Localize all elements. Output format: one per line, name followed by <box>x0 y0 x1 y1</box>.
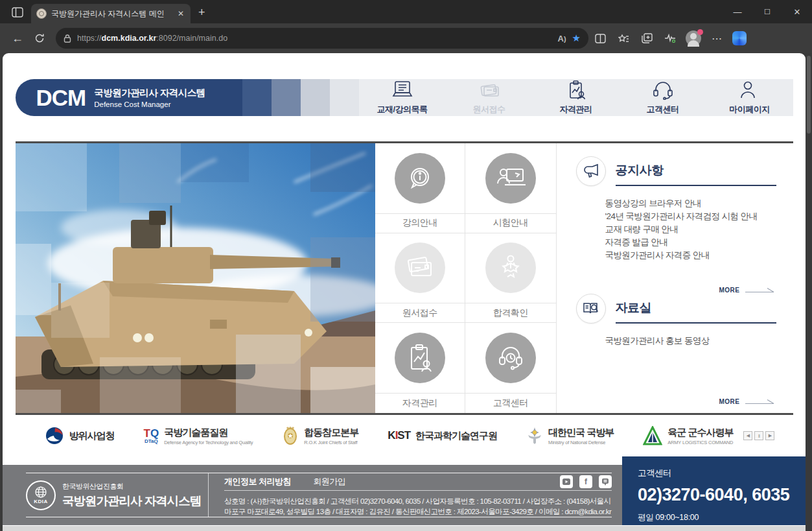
partner-jcs[interactable]: 합동참모본부 R.O.K Joint Chiefs of Staff <box>282 426 358 445</box>
kdia-emblem-icon: KDIA <box>26 480 56 510</box>
quickmenu-application[interactable]: 원서접수 <box>375 233 466 324</box>
header-gradient-block <box>272 79 301 116</box>
lock-icon <box>64 34 71 43</box>
footer-info-line1: 상호명 : (사)한국방위산업진흥회 / 고객센터 02)3270-6040, … <box>224 496 612 506</box>
notice-item[interactable]: 국방원가관리사 자격증 안내 <box>605 249 776 262</box>
megaphone-icon <box>576 156 606 186</box>
browser-titlebar: 국방원가관리사 자격시스템 메인 ✕ + — ☐ ✕ <box>0 0 812 23</box>
notice-item[interactable]: 교재 대량 구매 안내 <box>605 223 776 236</box>
customer-center-title: 고객센터 <box>638 467 806 479</box>
tab-title: 국방원가관리사 자격시스템 메인 <box>51 8 172 19</box>
footer-logo[interactable]: KDIA 한국방위산업진흥회 국방원가관리사 자격시스템 <box>26 473 209 517</box>
copilot-icon[interactable] <box>732 31 747 45</box>
notice-item[interactable]: 동영상강의 브라우저 안내 <box>605 197 776 210</box>
online-exam-icon <box>496 165 526 191</box>
favorite-star-icon[interactable]: ★ <box>572 32 581 44</box>
archive-section: 자료실 국방원가관리사 홍보 동영상 MORE <box>576 294 776 405</box>
quickmenu-exam-guide[interactable]: 시험안내 <box>465 143 556 233</box>
partner-dtaq[interactable]: TQ DTaQ 국방기술품질원 Defense Agency for Techn… <box>144 427 253 445</box>
privacy-policy-link[interactable]: 개인정보 처리방침 <box>224 476 291 488</box>
more-arrow-icon <box>745 287 775 293</box>
main-navigation: 교재/강의목록 원서접수 자격관리 <box>359 79 793 116</box>
partner-kist[interactable]: KIST 한국과학기술연구원 <box>388 429 497 442</box>
nav-item-mypage[interactable]: 마이페이지 my <box>706 79 793 116</box>
notice-list: 동영상강의 브라우저 안내 '24년 국방원가관리사 자격검정 시험 안내 교재… <box>605 197 776 262</box>
url-text: https://dcm.kdia.or.kr:8092/main/main.do <box>77 34 552 43</box>
archive-title: 자료실 <box>616 301 652 314</box>
nav-item-certification[interactable]: 자격관리 <box>533 79 620 116</box>
quick-menu: 강의안내 시험안내 원서접수 합격확인 자격관리 <box>375 143 557 413</box>
browser-tab[interactable]: 국방원가관리사 자격시스템 메인 ✕ <box>31 4 191 23</box>
archive-item[interactable]: 국방원가관리사 홍보 동영상 <box>605 335 776 348</box>
scrollbar[interactable] <box>806 53 812 531</box>
my-page-person-icon <box>738 80 761 100</box>
carousel-next-button[interactable]: ▶ <box>765 431 774 440</box>
tab-close-icon[interactable]: ✕ <box>176 9 185 18</box>
footer-org-name: 한국방위산업진흥회 <box>62 482 201 491</box>
tab-favicon-icon <box>36 8 47 19</box>
footer-info-line2: 마포구 마포대로49, 성우빌딩 13층 / 대표자명 : 김유진 / 통신판매… <box>224 506 612 517</box>
address-bar[interactable]: https://dcm.kdia.or.kr:8092/main/main.do… <box>56 28 588 49</box>
nav-item-application[interactable]: 원서접수 <box>446 79 533 116</box>
window-close-button[interactable]: ✕ <box>782 0 812 23</box>
notice-item[interactable]: 자격증 발급 안내 <box>605 236 776 249</box>
archive-list: 국방원가관리사 홍보 동영상 <box>605 335 776 348</box>
window-minimize-button[interactable]: — <box>723 0 752 23</box>
notice-item[interactable]: '24년 국방원가관리사 자격검정 시험 안내 <box>605 210 776 223</box>
application-cards-icon <box>478 80 501 100</box>
partner-carousel-controls: ◀ ‖ ▶ <box>743 431 774 440</box>
kist-logo-icon: KIST <box>388 429 410 442</box>
header-gradient-block <box>242 79 272 116</box>
quickmenu-customer-center[interactable]: 고객센터 <box>465 323 556 413</box>
partner-mnd[interactable]: 대한민국 국방부 Ministry of National Defense <box>526 426 614 445</box>
logo-subtitle: Defense Cost Manager <box>94 100 205 108</box>
partner-dapa[interactable]: 방위사업청 <box>45 426 115 445</box>
split-screen-icon[interactable] <box>588 29 612 48</box>
envelope-icon <box>405 255 435 281</box>
carousel-pause-button[interactable]: ‖ <box>754 431 763 440</box>
archive-more-link[interactable]: MORE <box>576 398 776 405</box>
favorites-bar-icon[interactable] <box>612 29 635 48</box>
logo-acronym: DCM <box>36 85 86 111</box>
nav-item-customer-center[interactable]: 고객센터 <box>620 79 706 116</box>
page-footer: KDIA 한국방위산업진흥회 국방원가관리사 자격시스템 개인정보 처리방침 회… <box>3 456 806 526</box>
hero-banner-tank-image[interactable] <box>16 143 375 413</box>
nav-item-textbook-lectures[interactable]: 교재/강의목록 <box>359 79 446 116</box>
profile-badge <box>697 29 703 35</box>
jcs-emblem-icon <box>282 426 299 445</box>
clipboard-person-icon <box>406 344 434 372</box>
refresh-button[interactable] <box>29 27 51 49</box>
quickmenu-pass-check[interactable]: 합격확인 <box>465 233 556 324</box>
profile-avatar[interactable] <box>686 30 701 46</box>
blog-icon[interactable] <box>599 475 612 488</box>
headset-icon <box>652 80 674 100</box>
site-logo[interactable]: DCM 국방원가관리사 자격시스템 Defense Cost Manager <box>16 79 242 116</box>
site-header: DCM 국방원가관리사 자격시스템 Defense Cost Manager 교… <box>16 79 793 116</box>
mnd-emblem-icon <box>526 426 543 445</box>
tab-actions-icon[interactable] <box>9 4 26 21</box>
signup-link[interactable]: 회원가입 <box>313 476 345 488</box>
partner-alc[interactable]: 육군 군수사령부 ARMY LOGISTICS COMMAND <box>643 426 733 445</box>
browser-essentials-icon[interactable] <box>658 29 682 48</box>
page-bottom-strip <box>3 526 806 531</box>
back-button[interactable]: ← <box>6 27 29 49</box>
book-search-icon <box>576 294 606 324</box>
quickmenu-certification[interactable]: 자격관리 <box>375 323 466 413</box>
new-tab-button[interactable]: + <box>198 6 205 19</box>
facebook-icon[interactable]: f <box>579 475 592 488</box>
quickmenu-lecture-guide[interactable]: 강의안내 <box>375 143 466 233</box>
more-menu-icon[interactable]: ⋯ <box>705 29 728 48</box>
dapa-emblem-icon <box>45 426 64 445</box>
headset-icon <box>496 344 525 372</box>
customer-center-phone: 02)3270-6040, 6035 <box>638 485 806 505</box>
web-page: DCM 국방원가관리사 자격시스템 Defense Cost Manager 교… <box>3 53 806 531</box>
more-arrow-icon <box>745 399 775 405</box>
youtube-icon[interactable] <box>560 475 573 488</box>
footer-main: KDIA 한국방위산업진흥회 국방원가관리사 자격시스템 개인정보 처리방침 회… <box>3 465 622 525</box>
window-maximize-button[interactable]: ☐ <box>752 0 782 23</box>
collections-icon[interactable] <box>635 29 658 48</box>
notice-more-link[interactable]: MORE <box>576 287 776 294</box>
carousel-prev-button[interactable]: ◀ <box>743 431 752 440</box>
dtaq-logo-icon: TQ DTaQ <box>144 428 159 444</box>
read-aloud-icon[interactable]: A) <box>558 34 566 43</box>
